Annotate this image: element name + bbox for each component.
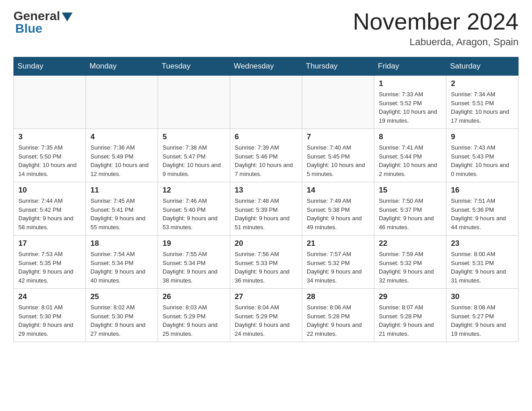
day-number: 13 <box>235 186 297 195</box>
day-info: Sunrise: 7:46 AMSunset: 5:40 PMDaylight:… <box>163 197 225 231</box>
day-number: 30 <box>451 292 514 301</box>
calendar-cell: 23Sunrise: 8:00 AMSunset: 5:31 PMDayligh… <box>446 235 519 289</box>
day-info: Sunrise: 7:51 AMSunset: 5:36 PMDaylight:… <box>451 197 514 231</box>
calendar-cell: 19Sunrise: 7:55 AMSunset: 5:34 PMDayligh… <box>158 235 230 289</box>
day-number: 18 <box>90 239 153 248</box>
weekday-header-sunday: Sunday <box>14 57 86 76</box>
day-number: 1 <box>379 79 442 88</box>
month-title: November 2024 <box>353 9 519 34</box>
day-number: 6 <box>235 133 297 141</box>
day-info: Sunrise: 8:04 AMSunset: 5:29 PMDaylight:… <box>235 303 297 338</box>
day-number: 23 <box>451 239 514 248</box>
calendar-cell: 30Sunrise: 8:08 AMSunset: 5:27 PMDayligh… <box>446 289 519 342</box>
day-info: Sunrise: 7:49 AMSunset: 5:38 PMDaylight:… <box>307 197 369 231</box>
calendar-week-1: 1Sunrise: 7:33 AMSunset: 5:52 PMDaylight… <box>14 76 519 129</box>
day-info: Sunrise: 7:50 AMSunset: 5:37 PMDaylight:… <box>379 197 442 231</box>
day-number: 19 <box>163 239 225 248</box>
day-info: Sunrise: 7:36 AMSunset: 5:49 PMDaylight:… <box>90 143 153 178</box>
day-info: Sunrise: 7:54 AMSunset: 5:34 PMDaylight:… <box>90 250 153 285</box>
calendar-cell: 9Sunrise: 7:43 AMSunset: 5:43 PMDaylight… <box>446 129 519 182</box>
calendar-cell: 5Sunrise: 7:38 AMSunset: 5:47 PMDaylight… <box>158 129 230 182</box>
day-info: Sunrise: 7:59 AMSunset: 5:32 PMDaylight:… <box>379 250 442 285</box>
title-section: November 2024 Labuerda, Aragon, Spain <box>353 9 519 48</box>
calendar-cell <box>86 76 158 129</box>
day-number: 26 <box>163 292 225 301</box>
weekday-header-tuesday: Tuesday <box>158 57 230 76</box>
logo-blue-text: Blue <box>15 21 43 36</box>
calendar-cell: 6Sunrise: 7:39 AMSunset: 5:46 PMDaylight… <box>230 129 302 182</box>
day-number: 3 <box>18 133 81 141</box>
calendar-table: SundayMondayTuesdayWednesdayThursdayFrid… <box>13 57 519 342</box>
day-info: Sunrise: 7:43 AMSunset: 5:43 PMDaylight:… <box>451 143 514 178</box>
calendar-cell: 27Sunrise: 8:04 AMSunset: 5:29 PMDayligh… <box>230 289 302 342</box>
calendar-cell: 12Sunrise: 7:46 AMSunset: 5:40 PMDayligh… <box>158 182 230 235</box>
day-number: 28 <box>307 292 369 301</box>
day-info: Sunrise: 7:41 AMSunset: 5:44 PMDaylight:… <box>379 143 442 178</box>
day-number: 14 <box>307 186 369 195</box>
day-info: Sunrise: 7:55 AMSunset: 5:34 PMDaylight:… <box>163 250 225 285</box>
calendar-week-5: 24Sunrise: 8:01 AMSunset: 5:30 PMDayligh… <box>14 289 519 342</box>
day-number: 27 <box>235 292 297 301</box>
day-number: 11 <box>90 186 153 195</box>
day-number: 10 <box>18 186 81 195</box>
calendar-cell: 20Sunrise: 7:56 AMSunset: 5:33 PMDayligh… <box>230 235 302 289</box>
day-info: Sunrise: 8:06 AMSunset: 5:28 PMDaylight:… <box>307 303 369 338</box>
day-info: Sunrise: 8:00 AMSunset: 5:31 PMDaylight:… <box>451 250 514 285</box>
calendar-cell: 1Sunrise: 7:33 AMSunset: 5:52 PMDaylight… <box>374 76 446 129</box>
day-number: 24 <box>18 292 81 301</box>
day-info: Sunrise: 7:53 AMSunset: 5:35 PMDaylight:… <box>18 250 81 285</box>
calendar-cell <box>158 76 230 129</box>
day-info: Sunrise: 8:01 AMSunset: 5:30 PMDaylight:… <box>18 303 81 338</box>
calendar-header-row: SundayMondayTuesdayWednesdayThursdayFrid… <box>14 57 519 76</box>
calendar-cell: 11Sunrise: 7:45 AMSunset: 5:41 PMDayligh… <box>86 182 158 235</box>
calendar-cell: 7Sunrise: 7:40 AMSunset: 5:45 PMDaylight… <box>302 129 374 182</box>
calendar-cell: 24Sunrise: 8:01 AMSunset: 5:30 PMDayligh… <box>14 289 86 342</box>
calendar-week-2: 3Sunrise: 7:35 AMSunset: 5:50 PMDaylight… <box>14 129 519 182</box>
day-number: 25 <box>90 292 153 301</box>
calendar-cell: 4Sunrise: 7:36 AMSunset: 5:49 PMDaylight… <box>86 129 158 182</box>
calendar-week-3: 10Sunrise: 7:44 AMSunset: 5:42 PMDayligh… <box>14 182 519 235</box>
day-info: Sunrise: 7:40 AMSunset: 5:45 PMDaylight:… <box>307 143 369 178</box>
day-info: Sunrise: 7:35 AMSunset: 5:50 PMDaylight:… <box>18 143 81 178</box>
calendar-cell <box>14 76 86 129</box>
day-info: Sunrise: 7:44 AMSunset: 5:42 PMDaylight:… <box>18 197 81 231</box>
day-info: Sunrise: 7:34 AMSunset: 5:51 PMDaylight:… <box>451 90 514 125</box>
calendar-cell: 10Sunrise: 7:44 AMSunset: 5:42 PMDayligh… <box>14 182 86 235</box>
calendar-cell: 15Sunrise: 7:50 AMSunset: 5:37 PMDayligh… <box>374 182 446 235</box>
day-number: 9 <box>451 133 514 141</box>
calendar-week-4: 17Sunrise: 7:53 AMSunset: 5:35 PMDayligh… <box>14 235 519 289</box>
calendar-cell: 13Sunrise: 7:48 AMSunset: 5:39 PMDayligh… <box>230 182 302 235</box>
calendar-cell: 18Sunrise: 7:54 AMSunset: 5:34 PMDayligh… <box>86 235 158 289</box>
day-info: Sunrise: 7:48 AMSunset: 5:39 PMDaylight:… <box>235 197 297 231</box>
day-number: 2 <box>451 79 514 88</box>
day-info: Sunrise: 7:57 AMSunset: 5:32 PMDaylight:… <box>307 250 369 285</box>
day-number: 17 <box>18 239 81 248</box>
calendar-cell: 26Sunrise: 8:03 AMSunset: 5:29 PMDayligh… <box>158 289 230 342</box>
weekday-header-thursday: Thursday <box>302 57 374 76</box>
logo: General Blue <box>13 9 73 36</box>
calendar-cell: 14Sunrise: 7:49 AMSunset: 5:38 PMDayligh… <box>302 182 374 235</box>
day-info: Sunrise: 8:02 AMSunset: 5:30 PMDaylight:… <box>90 303 153 338</box>
weekday-header-wednesday: Wednesday <box>230 57 302 76</box>
day-number: 4 <box>90 133 153 141</box>
day-number: 15 <box>379 186 442 195</box>
day-number: 21 <box>307 239 369 248</box>
calendar-cell: 2Sunrise: 7:34 AMSunset: 5:51 PMDaylight… <box>446 76 519 129</box>
day-number: 12 <box>163 186 225 195</box>
weekday-header-saturday: Saturday <box>446 57 519 76</box>
page-header: General Blue November 2024 Labuerda, Ara… <box>13 9 519 48</box>
calendar-cell: 17Sunrise: 7:53 AMSunset: 5:35 PMDayligh… <box>14 235 86 289</box>
calendar-cell: 22Sunrise: 7:59 AMSunset: 5:32 PMDayligh… <box>374 235 446 289</box>
day-number: 20 <box>235 239 297 248</box>
day-number: 29 <box>379 292 442 301</box>
day-info: Sunrise: 7:56 AMSunset: 5:33 PMDaylight:… <box>235 250 297 285</box>
day-info: Sunrise: 8:03 AMSunset: 5:29 PMDaylight:… <box>163 303 225 338</box>
day-number: 8 <box>379 133 442 141</box>
day-info: Sunrise: 7:45 AMSunset: 5:41 PMDaylight:… <box>90 197 153 231</box>
calendar-cell <box>302 76 374 129</box>
day-info: Sunrise: 7:38 AMSunset: 5:47 PMDaylight:… <box>163 143 225 178</box>
calendar-cell: 25Sunrise: 8:02 AMSunset: 5:30 PMDayligh… <box>86 289 158 342</box>
calendar-cell: 3Sunrise: 7:35 AMSunset: 5:50 PMDaylight… <box>14 129 86 182</box>
calendar-cell: 28Sunrise: 8:06 AMSunset: 5:28 PMDayligh… <box>302 289 374 342</box>
location: Labuerda, Aragon, Spain <box>353 36 519 48</box>
